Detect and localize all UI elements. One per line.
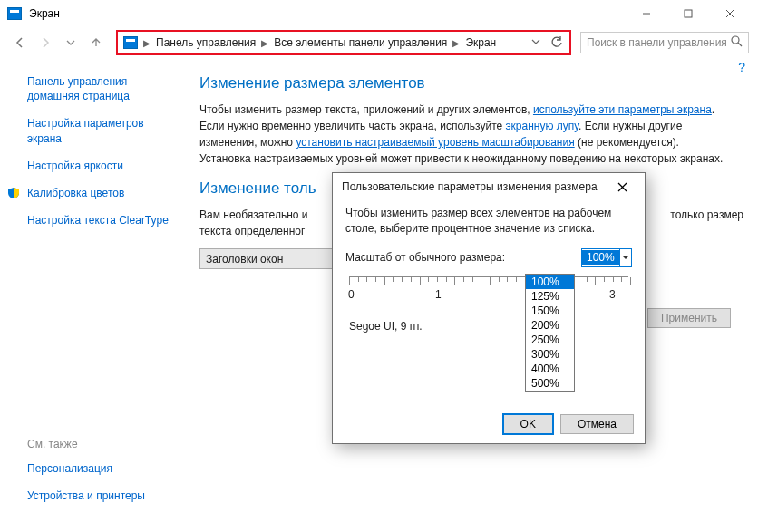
- option-300[interactable]: 300%: [526, 347, 574, 362]
- sidebar-home[interactable]: Панель управления —домашняя страница: [27, 74, 178, 103]
- apply-button[interactable]: Применить: [647, 308, 731, 328]
- option-250[interactable]: 250%: [526, 333, 574, 347]
- see-also-header: См. также: [27, 438, 145, 450]
- page-title: Изменение размера элементов: [199, 74, 731, 92]
- dialog-description: Чтобы изменить размер всех элементов на …: [345, 206, 632, 237]
- breadcrumb-2[interactable]: Все элементы панели управления: [274, 36, 447, 49]
- element-type-combo[interactable]: Заголовки окон ▾: [199, 248, 354, 269]
- close-button[interactable]: [709, 0, 751, 27]
- link-magnifier[interactable]: экранную лупу: [506, 120, 579, 132]
- chevron-right-icon[interactable]: ▶: [451, 38, 462, 48]
- footer-link-devices[interactable]: Устройства и принтеры: [27, 488, 145, 503]
- sidebar-item-display-settings[interactable]: Настройка параметров экрана: [27, 116, 178, 145]
- scale-dropdown-list[interactable]: 100% 125% 150% 200% 250% 300% 400% 500%: [525, 274, 575, 392]
- ok-button[interactable]: OK: [503, 414, 553, 434]
- svg-point-4: [732, 36, 739, 44]
- scale-label: Масштаб от обычного размера:: [345, 251, 581, 264]
- option-100[interactable]: 100%: [526, 275, 574, 289]
- font-sample: Segoe UI, 9 пт.: [349, 320, 628, 333]
- option-150[interactable]: 150%: [526, 304, 574, 318]
- help-icon[interactable]: ?: [738, 60, 745, 74]
- option-400[interactable]: 400%: [526, 362, 574, 376]
- sidebar-item-color-calibration[interactable]: Калибровка цветов: [27, 186, 178, 200]
- address-dropdown[interactable]: [526, 36, 546, 49]
- maximize-button[interactable]: [667, 0, 709, 27]
- minimize-button[interactable]: [626, 0, 667, 27]
- window-title: Экран: [29, 7, 626, 20]
- svg-rect-1: [685, 10, 692, 17]
- chevron-right-icon[interactable]: ▶: [259, 38, 270, 48]
- chevron-down-icon[interactable]: [619, 249, 631, 266]
- nav-up[interactable]: [85, 32, 107, 53]
- scale-value: 100%: [582, 250, 619, 265]
- sidebar-item-brightness[interactable]: Настройка яркости: [27, 159, 178, 173]
- cancel-button[interactable]: Отмена: [560, 414, 634, 434]
- ruler[interactable]: 0 1 3: [349, 276, 628, 313]
- dialog-title: Пользовательские параметры изменения раз…: [342, 180, 598, 193]
- search-input[interactable]: Поиск в панели управления: [580, 32, 749, 53]
- control-panel-icon: [123, 36, 138, 49]
- breadcrumb-3[interactable]: Экран: [465, 36, 496, 49]
- custom-scaling-dialog: Пользовательские параметры изменения раз…: [332, 172, 646, 444]
- nav-forward[interactable]: [34, 32, 56, 53]
- option-500[interactable]: 500%: [526, 376, 574, 391]
- shield-icon: [7, 187, 20, 199]
- sidebar-item-cleartype[interactable]: Настройка текста ClearType: [27, 213, 178, 227]
- scale-combo[interactable]: 100%: [581, 248, 632, 267]
- svg-line-5: [738, 43, 742, 46]
- option-125[interactable]: 125%: [526, 289, 574, 304]
- app-icon: [7, 7, 22, 20]
- option-200[interactable]: 200%: [526, 318, 574, 333]
- search-placeholder: Поиск в панели управления: [587, 36, 727, 49]
- nav-recent[interactable]: [60, 32, 82, 53]
- main-paragraph: Чтобы изменить размер текста, приложений…: [199, 102, 725, 167]
- nav-back[interactable]: [9, 32, 31, 53]
- titlebar: Экран: [0, 0, 758, 27]
- address-bar[interactable]: ▶ Панель управления ▶ Все элементы панел…: [120, 33, 526, 53]
- search-icon[interactable]: [731, 35, 743, 50]
- address-bar-highlight: ▶ Панель управления ▶ Все элементы панел…: [116, 30, 571, 55]
- breadcrumb-1[interactable]: Панель управления: [156, 36, 256, 49]
- link-custom-scaling[interactable]: установить настраиваемый уровень масштаб…: [296, 136, 574, 149]
- dialog-close-button[interactable]: [608, 177, 636, 197]
- chevron-right-icon[interactable]: ▶: [141, 38, 152, 48]
- link-display-params[interactable]: используйте эти параметры экрана: [533, 103, 712, 116]
- footer-link-personalization[interactable]: Персонализация: [27, 461, 145, 476]
- refresh-button[interactable]: [546, 36, 568, 49]
